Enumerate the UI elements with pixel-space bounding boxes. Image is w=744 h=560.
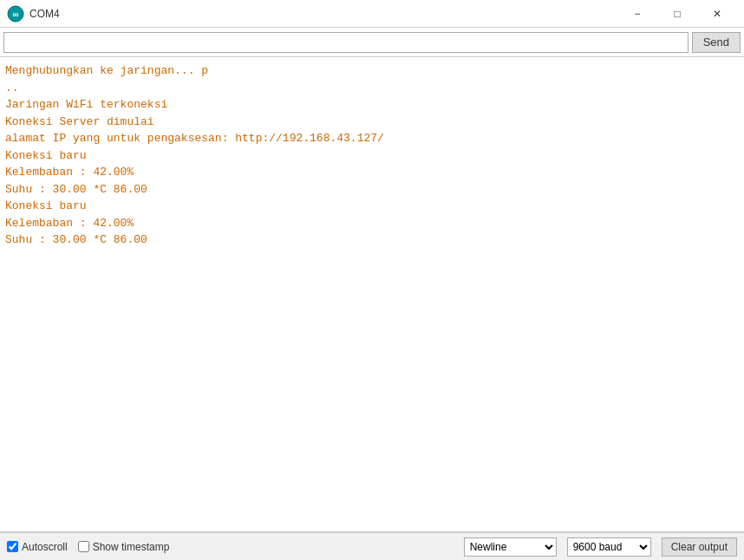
clear-output-button[interactable]: Clear output <box>662 537 737 557</box>
serial-output: Menghubungkan ke jaringan... p..Jaringan… <box>0 57 744 532</box>
autoscroll-label[interactable]: Autoscroll <box>22 541 68 553</box>
send-button[interactable]: Send <box>692 32 741 53</box>
input-bar: Send <box>0 28 744 57</box>
maximize-button[interactable]: □ <box>657 0 697 28</box>
output-line: Jaringan WiFi terkoneksi <box>5 96 739 114</box>
autoscroll-checkbox[interactable] <box>7 541 18 552</box>
output-line: Menghubungkan ke jaringan... p <box>5 62 739 80</box>
output-line: Koneksi baru <box>5 198 739 215</box>
serial-input[interactable] <box>3 32 689 53</box>
svg-text:∞: ∞ <box>12 10 18 19</box>
output-line: Kelembaban : 42.00% <box>5 215 739 232</box>
timestamp-checkbox[interactable] <box>78 541 89 552</box>
window-title: COM4 <box>29 8 617 20</box>
timestamp-group: Show timestamp <box>78 541 170 553</box>
window-controls: − □ ✕ <box>617 0 737 28</box>
output-line: .. <box>5 80 739 97</box>
output-line: Koneksi baru <box>5 147 739 165</box>
newline-group: NewlineNo line endingCarriage returnBoth… <box>464 537 557 557</box>
baud-group: 300 baud1200 baud2400 baud4800 baud9600 … <box>567 537 651 557</box>
minimize-button[interactable]: − <box>617 0 657 28</box>
output-line: Suhu : 30.00 *C 86.00 <box>5 231 739 249</box>
app-icon: ∞ <box>7 5 24 23</box>
close-button[interactable]: ✕ <box>697 0 737 28</box>
output-line: Suhu : 30.00 *C 86.00 <box>5 181 739 199</box>
newline-select[interactable]: NewlineNo line endingCarriage returnBoth… <box>464 537 557 557</box>
titlebar: ∞ COM4 − □ ✕ <box>0 0 744 28</box>
timestamp-label[interactable]: Show timestamp <box>93 541 170 553</box>
baud-select[interactable]: 300 baud1200 baud2400 baud4800 baud9600 … <box>567 537 651 557</box>
output-line: alamat IP yang untuk pengaksesan: http:/… <box>5 130 739 147</box>
statusbar: Autoscroll Show timestamp NewlineNo line… <box>0 532 744 560</box>
output-line: Kelembaban : 42.00% <box>5 164 739 181</box>
output-line: Koneksi Server dimulai <box>5 114 739 131</box>
autoscroll-group: Autoscroll <box>7 541 68 553</box>
